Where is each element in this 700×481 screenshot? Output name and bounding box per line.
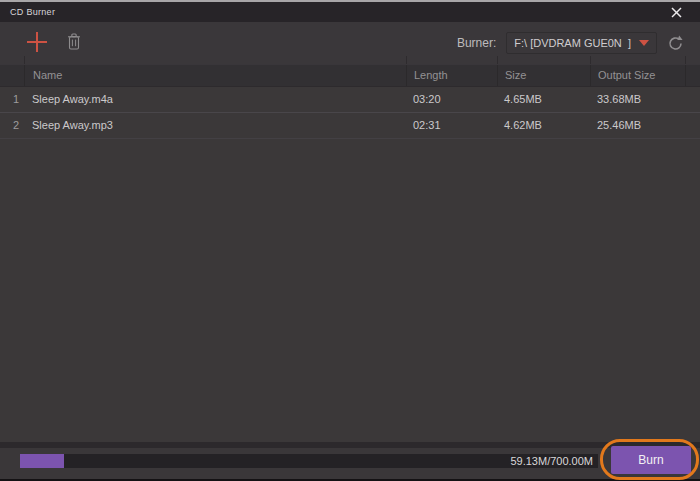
footer-bar: 59.13M/700.00M Burn (0, 448, 700, 479)
disc-capacity-bar: 59.13M/700.00M (20, 454, 598, 468)
toolbar: Burner: F:\ [DVDRAM GUE0N ] (0, 22, 700, 64)
track-size: 4.62MB (497, 113, 590, 138)
track-length: 02:31 (406, 113, 497, 138)
column-header-index (0, 65, 24, 86)
column-header-output-size: Output Size (590, 65, 685, 86)
refresh-icon[interactable] (667, 35, 684, 52)
burner-controls: Burner: F:\ [DVDRAM GUE0N ] (457, 22, 684, 64)
table-row[interactable]: 1 Sleep Away.m4a 03:20 4.65MB 33.68MB (0, 87, 700, 113)
column-header-length: Length (406, 65, 497, 86)
trash-icon[interactable] (66, 33, 82, 51)
title-bar: CD Burner (0, 2, 700, 22)
column-guide (685, 56, 686, 64)
track-output-size: 33.68MB (590, 87, 685, 112)
burner-label: Burner: (457, 36, 496, 50)
column-guide (590, 56, 591, 64)
table-row[interactable]: 2 Sleep Away.mp3 02:31 4.62MB 25.46MB (0, 113, 700, 139)
column-guide (24, 56, 25, 64)
window-title: CD Burner (10, 2, 55, 22)
add-track-icon[interactable] (26, 31, 48, 53)
row-index: 2 (0, 113, 24, 138)
track-name: Sleep Away.m4a (24, 87, 406, 112)
column-header-size: Size (497, 65, 590, 86)
column-guide (497, 56, 498, 64)
track-size: 4.65MB (497, 87, 590, 112)
column-guide (406, 56, 407, 64)
burner-dropdown-value: F:\ [DVDRAM GUE0N ] (514, 37, 631, 49)
cd-burner-window: CD Burner Burner: F:\ [DVDRAM GUE0N ] (0, 0, 700, 481)
burner-dropdown[interactable]: F:\ [DVDRAM GUE0N ] (506, 32, 657, 54)
column-header-spacer (685, 65, 700, 86)
column-header-name: Name (24, 65, 406, 86)
track-name: Sleep Away.mp3 (24, 113, 406, 138)
capacity-usage-text: 59.13M/700.00M (510, 454, 593, 468)
burn-button[interactable]: Burn (611, 446, 691, 474)
row-index: 1 (0, 87, 24, 112)
close-icon[interactable] (668, 5, 684, 20)
track-length: 03:20 (406, 87, 497, 112)
progress-fill (20, 454, 64, 468)
track-output-size: 25.46MB (590, 113, 685, 138)
chevron-down-icon (639, 40, 649, 46)
table-header: Name Length Size Output Size (0, 64, 700, 87)
